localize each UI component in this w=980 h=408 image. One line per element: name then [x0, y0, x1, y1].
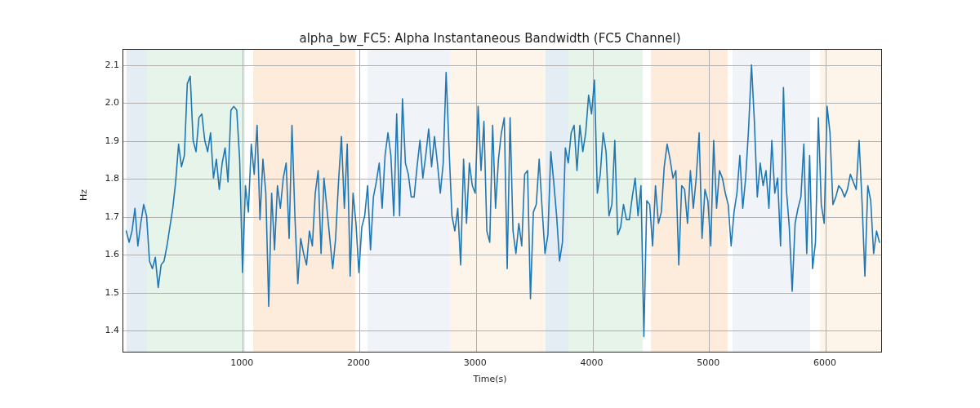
y-tick-label: 2.1 [96, 59, 119, 69]
x-tick-label: 4000 [581, 357, 604, 368]
y-tick-label: 1.5 [96, 286, 119, 297]
chart-container: alpha_bw_FC5: Alpha Instantaneous Bandwi… [0, 0, 980, 408]
y-tick-label: 2.0 [96, 97, 119, 108]
x-tick-label: 2000 [347, 357, 370, 368]
y-tick-label: 1.9 [96, 135, 119, 145]
data-line [123, 50, 881, 352]
y-axis-label: Hz [78, 189, 89, 201]
y-tick-label: 1.6 [96, 249, 119, 259]
y-tick-label: 1.4 [96, 325, 119, 335]
x-tick-label: 5000 [697, 357, 719, 368]
y-tick-label: 1.8 [96, 173, 119, 184]
y-tick-label: 1.7 [96, 211, 119, 221]
x-tick-label: 1000 [230, 357, 253, 368]
x-axis-label: Time(s) [0, 374, 980, 384]
x-tick-label: 3000 [464, 357, 487, 368]
x-tick-label: 6000 [813, 357, 836, 368]
chart-title: alpha_bw_FC5: Alpha Instantaneous Bandwi… [0, 31, 980, 46]
plot-area [122, 49, 882, 353]
